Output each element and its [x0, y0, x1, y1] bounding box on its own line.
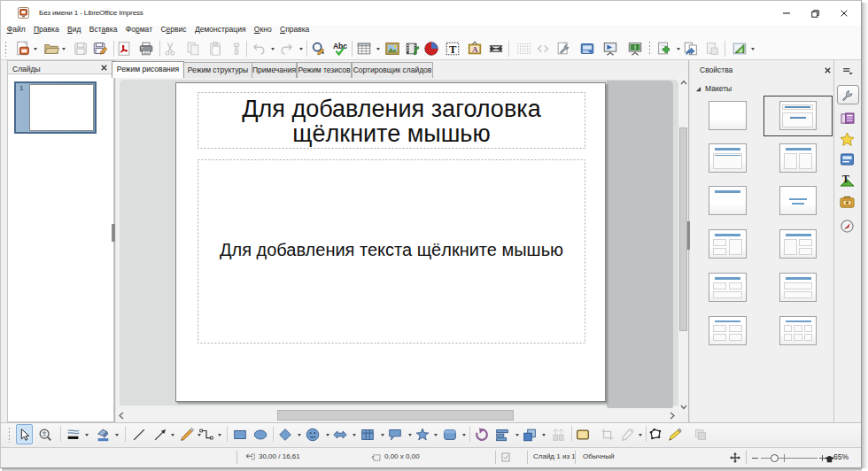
svg-text:T: T [449, 43, 457, 56]
svg-text:Abc: Abc [333, 42, 347, 50]
svg-text:A: A [472, 45, 478, 54]
svg-text:T: T [842, 173, 849, 185]
